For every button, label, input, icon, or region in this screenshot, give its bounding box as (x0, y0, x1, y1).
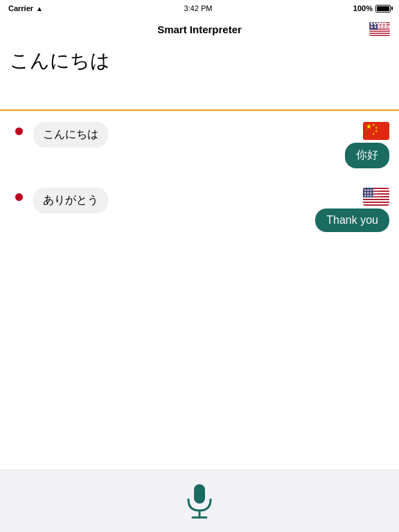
time-label: 3:42 PM (184, 4, 212, 12)
carrier-label: Carrier ▲ (8, 4, 43, 12)
svg-text:★★★★★★: ★★★★★★ (370, 22, 387, 25)
status-bar: Carrier ▲ 3:42 PM 100% (0, 0, 399, 17)
svg-rect-5 (369, 32, 389, 33)
original-text-1: こんにちは (43, 128, 98, 140)
carrier-text: Carrier (8, 4, 33, 12)
message-left-2: ありがとう (10, 188, 108, 213)
battery-area: 100% (353, 4, 391, 12)
message-left-1: こんにちは (10, 122, 108, 148)
svg-text:★★★★★★: ★★★★★★ (364, 193, 381, 197)
usa-flag-2: ★★★★★★ ★★★★★ ★★★★★★ (363, 188, 389, 206)
wifi-icon: ▲ (36, 5, 43, 12)
japan-dot-1 (15, 127, 23, 135)
svg-rect-23 (363, 203, 389, 204)
translation-text-1: 你好 (356, 149, 378, 161)
svg-rect-22 (363, 200, 389, 202)
svg-rect-6 (369, 34, 389, 35)
bottom-toolbar (0, 470, 399, 532)
svg-rect-4 (369, 30, 389, 31)
japan-flag-1 (10, 122, 28, 140)
bubble-translation-1: 你好 (345, 143, 389, 168)
bubble-original-2: ありがとう (33, 188, 108, 213)
battery-percent: 100% (353, 4, 373, 12)
svg-rect-28 (194, 484, 205, 504)
mic-button[interactable] (181, 483, 218, 520)
japan-dot-2 (15, 193, 23, 201)
battery-icon (375, 5, 391, 12)
china-flag-1: ★ ★ ★ ★ ★ (363, 122, 389, 140)
message-right-2: ★★★★★★ ★★★★★ ★★★★★★ Thank you (315, 188, 389, 232)
translation-text-2: Thank you (326, 214, 378, 226)
svg-rect-21 (363, 197, 389, 199)
bubble-original-1: こんにちは (33, 122, 108, 148)
nav-bar: Smart Interpreter ★★★★★★ ★★★★★ ★★★★★★ (0, 17, 399, 42)
original-text-2: ありがとう (43, 194, 98, 206)
conversation-area: こんにちは ★ ★ ★ ★ ★ 你好 (0, 111, 399, 463)
mic-icon (183, 481, 216, 522)
message-row: こんにちは ★ ★ ★ ★ ★ 你好 (10, 122, 389, 168)
recognized-text-area: こんにちは (0, 42, 399, 111)
message-row-2: ありがとう ★★★★★★ ★★★★★ ★★★★★★ (10, 188, 389, 232)
svg-text:★: ★ (366, 123, 372, 130)
nav-title: Smart Interpreter (157, 24, 242, 35)
bubble-translation-2: Thank you (315, 209, 389, 232)
nav-flag-usa: ★★★★★★ ★★★★★ ★★★★★★ (369, 22, 391, 36)
message-right-1: ★ ★ ★ ★ ★ 你好 (345, 122, 389, 168)
japan-flag-2 (10, 188, 28, 206)
recognized-text: こんにちは (10, 48, 389, 73)
